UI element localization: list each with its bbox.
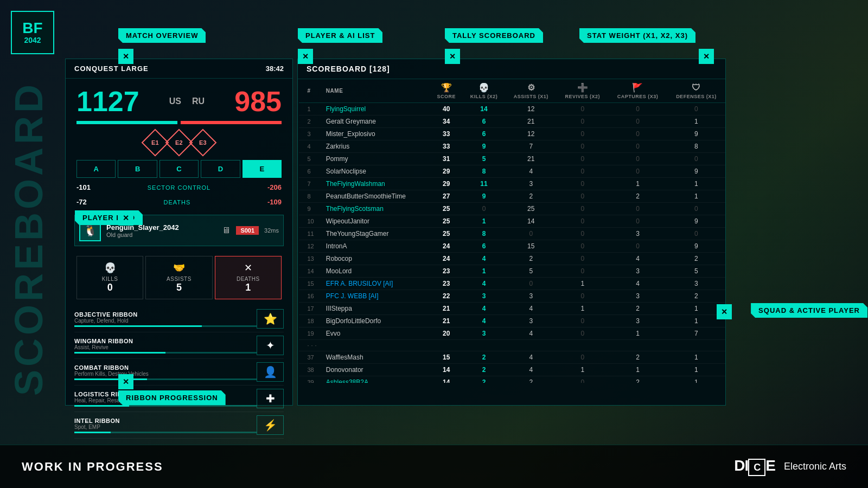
col-defenses[interactable]: 🛡 DEFENSES (x1) — [667, 79, 725, 103]
table-row[interactable]: 4 Zarkrius 33 9 7 0 0 8 — [299, 140, 726, 153]
revives-cell: 0 — [557, 178, 608, 190]
revives-cell: 1 — [557, 303, 608, 315]
table-row[interactable]: 7 TheFlyingWalshman 29 11 3 0 1 1 — [299, 178, 726, 190]
ellipsis: ··· — [299, 340, 726, 351]
vertical-scoreboard-title: SCOREBOARD — [7, 81, 51, 396]
captures-cell: 1 — [608, 364, 667, 376]
revives-cell: 0 — [557, 253, 608, 265]
defenses-cell: 1 — [667, 190, 725, 203]
table-row[interactable]: 5 Pommy 31 5 21 0 0 0 — [299, 153, 726, 165]
ribbon-desc: Perform Kills, Destroy Vehicles — [74, 371, 257, 377]
table-row[interactable]: 1 FlyingSquirrel 40 14 12 0 0 0 — [299, 103, 726, 115]
revives-cell: 0 — [557, 128, 608, 140]
kills-cell: 4 — [463, 303, 506, 315]
table-row[interactable]: 19 Evvo 20 3 4 0 1 7 — [299, 328, 726, 340]
sector-a[interactable]: A — [76, 160, 116, 178]
defenses-cell: 0 — [667, 153, 725, 165]
assists-cell: 4 — [505, 328, 557, 340]
deaths-label: DEATHS — [163, 199, 190, 206]
score-cell: 29 — [430, 178, 463, 190]
captures-cell: 3 — [608, 228, 667, 240]
table-row[interactable]: 12 IntronA 24 6 15 0 0 9 — [299, 240, 726, 253]
captures-cell: 4 — [608, 253, 667, 265]
table-row[interactable]: 16 PFC J. WEBB [AI] 22 3 3 0 3 2 — [299, 290, 726, 303]
table-row[interactable]: 38 Donovonator 14 2 4 1 1 1 — [299, 364, 726, 376]
sector-control-ru: -206 — [267, 183, 282, 191]
captures-cell: 0 — [608, 103, 667, 115]
revives-cell: 0 — [557, 165, 608, 178]
tab-match-overview[interactable]: MATCH OVERVIEW — [118, 28, 206, 43]
team-labels: US RU — [169, 97, 205, 106]
table-row[interactable]: 11 TheYoungStagGamer 25 8 0 0 3 0 — [299, 228, 726, 240]
deaths-icon: ✕ — [218, 262, 279, 274]
rank-cell: 2 — [299, 115, 322, 128]
match-header: CONQUEST LARGE 38:42 — [66, 59, 292, 79]
col-score[interactable]: 🏆 SCORE — [430, 79, 463, 103]
table-row[interactable]: 10 WipeoutJanitor 25 1 14 0 0 9 — [299, 215, 726, 228]
defenses-cell: 3 — [667, 278, 725, 290]
table-row[interactable]: 39 Ashless38B2A 14 2 2 0 2 1 — [299, 376, 726, 383]
table-row[interactable]: 37 WafflesMash 15 2 4 0 2 1 — [299, 351, 726, 364]
table-row[interactable]: 9 TheFlyingScotsman 25 0 25 0 0 0 — [299, 203, 726, 215]
tab-stat-weight[interactable]: STAT WEIGHT (X1, X2, X3) — [579, 28, 695, 43]
score-cell: 24 — [430, 253, 463, 265]
sector-c[interactable]: C — [159, 160, 199, 178]
close-stat-button[interactable]: ✕ — [699, 49, 714, 64]
rank-cell: 38 — [299, 364, 322, 376]
assists-cell: 4 — [505, 364, 557, 376]
sector-b[interactable]: B — [118, 160, 157, 178]
kills-cell: 4 — [463, 253, 506, 265]
kills-cell: 8 — [463, 165, 506, 178]
captures-cell: 0 — [608, 215, 667, 228]
scoreboard-table-container[interactable]: # NAME 🏆 SCORE 💀 KILLS (x2) — [298, 79, 725, 383]
objective-e3[interactable]: E3 — [189, 129, 217, 157]
score-cell: 34 — [430, 115, 463, 128]
tab-tally-scoreboard[interactable]: TALLY SCOREBOARD — [445, 28, 543, 43]
ribbon-name: WINGMAN RIBBON — [74, 338, 257, 344]
defenses-cell: 2 — [667, 290, 725, 303]
table-row[interactable]: 15 EFR A. BRUSILOV [AI] 23 4 0 1 4 3 — [299, 278, 726, 290]
sector-e[interactable]: E — [242, 160, 282, 178]
sector-d[interactable]: D — [201, 160, 240, 178]
table-row[interactable]: 13 Robocop 24 4 2 0 4 2 — [299, 253, 726, 265]
col-captures[interactable]: 🚩 CAPTURES (x3) — [608, 79, 667, 103]
defenses-cell: 7 — [667, 328, 725, 340]
table-row[interactable]: 3 Mister_Explosivo 33 6 12 0 0 9 — [299, 128, 726, 140]
close-playerinfo-button[interactable]: ✕ — [118, 210, 133, 226]
assists-cell: 12 — [505, 128, 557, 140]
name-cell: WafflesMash — [322, 351, 430, 364]
tab-player-ai[interactable]: PLAYER & AI LIST — [298, 28, 382, 43]
squad-close-button[interactable]: ✕ — [717, 304, 732, 319]
close-ribbon-button[interactable]: ✕ — [118, 374, 133, 389]
rank-cell: 16 — [299, 290, 322, 303]
table-row[interactable]: 14 MooLord 23 1 5 0 3 5 — [299, 265, 726, 278]
close-player-button[interactable]: ✕ — [298, 49, 313, 64]
table-row[interactable]: 17 IIISteppa 21 4 4 1 2 1 — [299, 303, 726, 315]
revives-cell: 0 — [557, 140, 608, 153]
defenses-cell: 0 — [667, 203, 725, 215]
table-row[interactable]: 2 Geralt Greymane 34 6 21 0 0 1 — [299, 115, 726, 128]
kad-row: 💀 KILLS 0 🤝 ASSISTS 5 ✕ DEATHS 1 — [66, 252, 292, 304]
ribbon-icon: ⭐ — [257, 309, 284, 329]
captures-cell: 4 — [608, 278, 667, 290]
table-row[interactable]: 18 BigDorfoLittleDorfo 21 4 3 0 3 1 — [299, 315, 726, 328]
player-squad: Old guard — [106, 232, 216, 238]
close-match-button[interactable]: ✕ — [118, 49, 133, 64]
table-row[interactable]: 6 SolarNoclipse 29 8 4 0 0 9 — [299, 165, 726, 178]
name-cell: Zarkrius — [322, 140, 430, 153]
table-row[interactable]: 8 PeanutButterSmoothieTime 27 9 2 0 2 1 — [299, 190, 726, 203]
ribbon-text: WINGMAN RIBBON Assist, Revive — [74, 338, 257, 354]
scoreboard-header: SCOREBOARD [128] — [298, 59, 725, 79]
col-revives[interactable]: ➕ REVIVES (x2) — [557, 79, 608, 103]
ribbon-text: COMBAT RIBBON Perform Kills, Destroy Veh… — [74, 364, 257, 380]
ribbon-text: OBJECTIVE RIBBON Capture, Defend, Hold — [74, 311, 257, 327]
tab-ribbon-progression[interactable]: RIBBON PROGRESSION — [118, 390, 226, 405]
defenses-cell: 9 — [667, 215, 725, 228]
kills-icon: 💀 — [79, 262, 141, 274]
col-kills[interactable]: 💀 KILLS (x2) — [463, 79, 506, 103]
col-assists[interactable]: ⚙ ASSISTS (x1) — [505, 79, 557, 103]
defenses-cell: 0 — [667, 228, 725, 240]
defenses-cell: 5 — [667, 265, 725, 278]
score-cell: 15 — [430, 351, 463, 364]
close-tally-button[interactable]: ✕ — [445, 49, 460, 64]
